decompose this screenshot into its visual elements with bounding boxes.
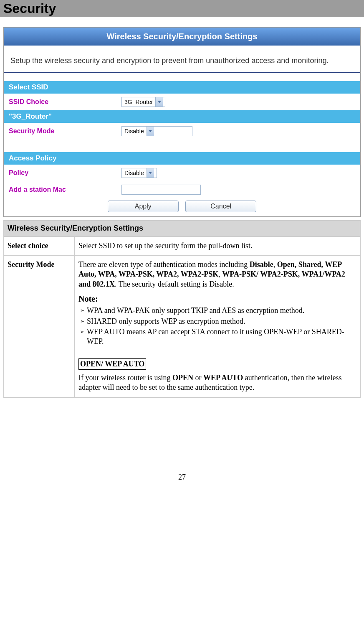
table-header-row: Wireless Security/Encryption Settings: [4, 221, 360, 236]
label-add-mac: Add a station Mac: [9, 186, 121, 193]
chevron-down-icon: [147, 127, 154, 136]
bold-fragment: OPEN: [172, 373, 193, 382]
page-number: 27: [0, 473, 364, 490]
label-policy: Policy: [9, 169, 121, 177]
text-fragment: . The security default setting is Disabl…: [115, 280, 234, 288]
page-header-band: Security: [0, 0, 364, 17]
paragraph: If your wireless router is using OPEN or…: [78, 373, 356, 393]
text-fragment: or: [193, 373, 203, 382]
panel-intro-text: Setup the wireless security and encrypti…: [4, 46, 360, 72]
panel-title-bar: Wireless Security/Encryption Settings: [4, 28, 360, 46]
select-policy-value: Disable: [122, 170, 147, 176]
bullet-icon: ➢: [80, 306, 84, 315]
table-title: Wireless Security/Encryption Settings: [4, 221, 360, 236]
text-fragment: ,: [273, 260, 277, 269]
page-title: Security: [3, 1, 361, 16]
section-select-ssid: Select SSID: [4, 81, 360, 94]
list-item: ➢WPA and WPA-PAK only support TKIP and A…: [80, 306, 356, 315]
boxed-heading: OPEN/ WEP AUTO: [78, 358, 146, 370]
table-row: Security Mode There are eleven type of a…: [4, 255, 360, 397]
table-row: Select choice Select SSID to set up the …: [4, 236, 360, 255]
section-access-policy: Access Policy: [4, 152, 360, 165]
bullet-text: WPA and WPA-PAK only support TKIP and AE…: [87, 306, 304, 315]
divider: [4, 72, 360, 73]
note-heading: Note:: [78, 293, 356, 304]
text-fragment: ,: [218, 270, 222, 278]
bullet-text: WEP AUTO means AP can accept STA connect…: [87, 327, 356, 347]
bold-fragment: WEP AUTO: [203, 373, 243, 382]
text-fragment: There are eleven type of authentication …: [78, 260, 250, 269]
select-ssid-choice-value: 3G_Router: [122, 99, 155, 105]
text-fragment: If your wireless router is using: [78, 373, 172, 382]
bullet-text: SHARED only supports WEP as encryption m…: [87, 317, 245, 326]
row-label-select-choice: Select choice: [4, 236, 75, 255]
chevron-down-icon: [155, 97, 163, 107]
select-ssid-choice[interactable]: 3G_Router: [121, 97, 165, 107]
row-label-security-mode: Security Mode: [4, 255, 75, 397]
row-ssid-choice: SSID Choice 3G_Router: [4, 94, 360, 110]
cancel-button[interactable]: Cancel: [185, 201, 256, 212]
row-security-mode: Security Mode Disable: [4, 123, 360, 140]
list-item: ➢WEP AUTO means AP can accept STA connec…: [80, 327, 356, 347]
row-value-select-choice: Select SSID to set up the security form …: [75, 236, 360, 255]
description-table: Wireless Security/Encryption Settings Se…: [3, 220, 361, 398]
row-value-security-mode: There are eleven type of authentication …: [75, 255, 360, 397]
select-security-mode-value: Disable: [122, 128, 147, 135]
router-admin-panel: Wireless Security/Encryption Settings Se…: [3, 27, 361, 217]
input-add-mac[interactable]: [121, 185, 201, 195]
chevron-down-icon: [147, 168, 154, 178]
label-ssid-choice: SSID Choice: [9, 98, 121, 106]
bold-fragment: Disable: [250, 260, 273, 269]
row-policy: Policy Disable: [4, 165, 360, 181]
row-add-mac: Add a station Mac: [4, 181, 360, 198]
select-policy[interactable]: Disable: [121, 168, 157, 178]
button-row: Apply Cancel: [4, 198, 360, 216]
section-current-ssid: "3G_Router": [4, 110, 360, 123]
list-item: ➢SHARED only supports WEP as encryption …: [80, 317, 356, 326]
note-bullets: ➢WPA and WPA-PAK only support TKIP and A…: [78, 306, 356, 347]
label-security-mode: Security Mode: [9, 127, 121, 135]
bullet-icon: ➢: [80, 317, 84, 326]
select-security-mode[interactable]: Disable: [121, 126, 192, 136]
bullet-icon: ➢: [80, 327, 84, 347]
apply-button[interactable]: Apply: [108, 201, 179, 212]
